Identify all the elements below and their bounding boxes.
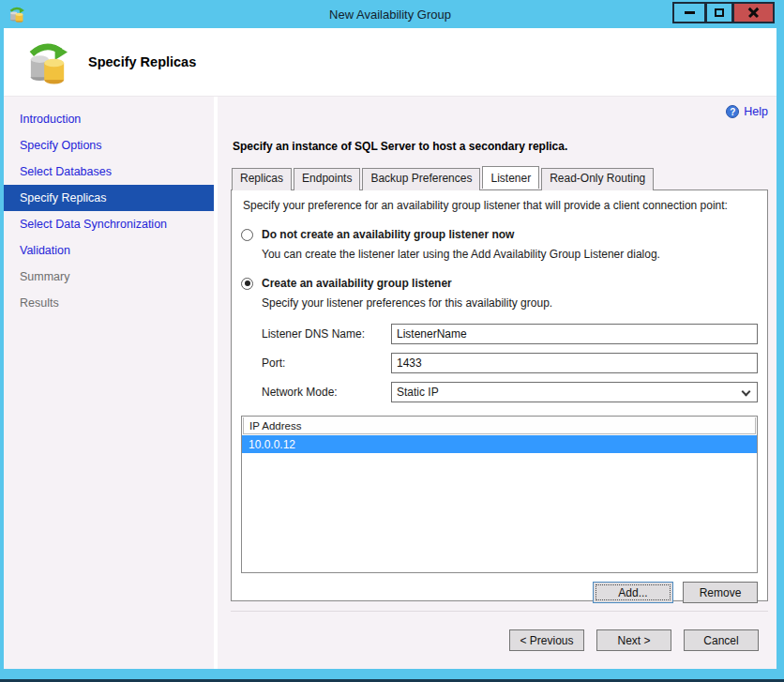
dialog: Specify Replicas Introduction Specify Op… bbox=[4, 28, 776, 669]
instruction-text: Specify an instance of SQL Server to hos… bbox=[233, 140, 768, 153]
tab-backup-preferences[interactable]: Backup Preferences bbox=[362, 168, 480, 190]
tab-listener[interactable]: Listener bbox=[482, 166, 539, 189]
cancel-button[interactable]: Cancel bbox=[684, 629, 759, 651]
ip-address-list[interactable]: IP Address 10.0.0.12 bbox=[241, 416, 758, 573]
close-icon bbox=[747, 7, 760, 19]
create-listener-description: Specify your listener preferences for th… bbox=[262, 296, 758, 310]
help-icon[interactable]: ? bbox=[726, 105, 739, 118]
no-listener-description: You can create the listener later using … bbox=[262, 248, 758, 261]
sidebar-item-summary: Summary bbox=[4, 264, 214, 290]
close-button[interactable] bbox=[733, 2, 775, 23]
previous-button[interactable]: < Previous bbox=[509, 629, 584, 651]
maximize-icon bbox=[715, 8, 724, 17]
wizard-steps-sidebar: Introduction Specify Options Select Data… bbox=[4, 97, 214, 669]
network-mode-dropdown[interactable]: Static IP bbox=[391, 382, 758, 402]
dns-name-label: Listener DNS Name: bbox=[262, 327, 391, 341]
option-no-listener: Do not create an availability group list… bbox=[241, 228, 758, 261]
port-label: Port: bbox=[262, 356, 391, 370]
wizard-header: Specify Replicas bbox=[4, 28, 776, 97]
network-mode-label: Network Mode: bbox=[262, 386, 391, 399]
wizard-footer: < Previous Next > Cancel bbox=[231, 611, 768, 669]
tab-read-only-routing[interactable]: Read-Only Routing bbox=[541, 168, 654, 190]
tab-bar: Replicas Endpoints Backup Preferences Li… bbox=[231, 167, 768, 189]
tab-replicas[interactable]: Replicas bbox=[232, 168, 292, 190]
create-listener-label[interactable]: Create an availability group listener bbox=[262, 277, 452, 290]
sidebar-item-select-databases[interactable]: Select Databases bbox=[4, 159, 214, 185]
create-listener-radio[interactable] bbox=[241, 278, 253, 290]
maximize-button[interactable] bbox=[706, 2, 733, 23]
ip-list-item[interactable]: 10.0.0.12 bbox=[242, 435, 757, 453]
remove-button[interactable]: Remove bbox=[683, 582, 758, 603]
database-sync-icon bbox=[28, 39, 68, 84]
no-listener-radio[interactable] bbox=[241, 229, 253, 241]
sidebar-item-specify-replicas[interactable]: Specify Replicas bbox=[4, 185, 214, 211]
sidebar-item-select-data-synchronization[interactable]: Select Data Synchronization bbox=[4, 211, 214, 237]
add-button[interactable]: Add... bbox=[593, 582, 673, 603]
content-area: ? Help Specify an instance of SQL Server… bbox=[218, 97, 776, 669]
ip-list-actions: Add... Remove bbox=[241, 582, 758, 612]
titlebar: New Availability Group bbox=[4, 0, 776, 28]
listener-tab-panel: Specify your preference for an availabil… bbox=[231, 189, 768, 601]
page-title: Specify Replicas bbox=[88, 54, 196, 69]
network-mode-value: Static IP bbox=[397, 386, 439, 399]
minimize-button[interactable] bbox=[672, 2, 706, 23]
sidebar-item-validation[interactable]: Validation bbox=[4, 237, 214, 264]
sidebar-item-results: Results bbox=[4, 290, 214, 316]
help-link[interactable]: Help bbox=[744, 105, 768, 118]
window-controls bbox=[672, 2, 775, 23]
sidebar-item-specify-options[interactable]: Specify Options bbox=[4, 132, 214, 159]
listener-intro-text: Specify your preference for an availabil… bbox=[243, 199, 758, 212]
chevron-down-icon bbox=[742, 387, 751, 397]
help-row: ? Help bbox=[231, 102, 768, 121]
listener-form: Listener DNS Name: Port: Network Mode: S… bbox=[262, 324, 758, 411]
window-title: New Availability Group bbox=[4, 8, 776, 22]
sidebar-item-introduction[interactable]: Introduction bbox=[4, 106, 214, 132]
option-create-listener: Create an availability group listener Sp… bbox=[241, 277, 758, 310]
dialog-body: Introduction Specify Options Select Data… bbox=[4, 97, 776, 669]
next-button[interactable]: Next > bbox=[596, 629, 671, 651]
tab-endpoints[interactable]: Endpoints bbox=[294, 168, 360, 190]
ip-list-column-header: IP Address bbox=[243, 417, 756, 434]
window-frame: New Availability Group Specify Replicas bbox=[0, 0, 784, 682]
minimize-icon bbox=[685, 11, 695, 14]
port-input[interactable] bbox=[391, 353, 758, 373]
no-listener-label[interactable]: Do not create an availability group list… bbox=[262, 228, 514, 241]
dns-name-input[interactable] bbox=[391, 324, 758, 344]
